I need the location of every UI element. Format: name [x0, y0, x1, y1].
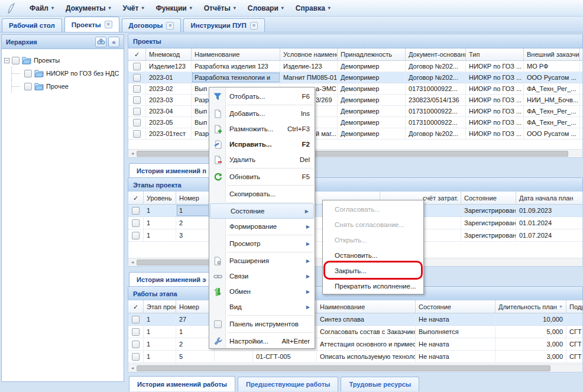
- row-checkbox[interactable]: [132, 353, 140, 361]
- row-checkbox[interactable]: [132, 328, 140, 336]
- menu-item-refresh[interactable]: ОбновитьF5: [209, 169, 315, 184]
- tree-node-label: Прочее: [46, 83, 69, 90]
- table-row[interactable]: 2023-03 Разр 3/269 Демопример 230823/051…: [128, 95, 582, 106]
- tab-preceding-works[interactable]: Предшествующие работы: [238, 377, 338, 391]
- row-checkbox[interactable]: [133, 63, 141, 70]
- tab-project-history[interactable]: История изменений п: [129, 163, 218, 177]
- menu-item-links[interactable]: Связи▶: [209, 268, 315, 284]
- tab-desktop[interactable]: Рабочий стол: [2, 18, 62, 32]
- menubar-item-reports[interactable]: Отчёты▾: [204, 4, 236, 12]
- sidebar-header: Иерархия «: [2, 35, 124, 49]
- column-header[interactable]: Уровень: [144, 192, 176, 204]
- check-column-header[interactable]: ✓: [128, 300, 144, 313]
- column-header[interactable]: Этап проекта: [144, 300, 176, 313]
- column-header[interactable]: Документ-основание: [406, 48, 466, 60]
- column-header[interactable]: Внешний заказчик: [524, 48, 580, 60]
- table-row[interactable]: 1 5 01-СГТ-005 Описать используемую техн…: [128, 351, 582, 363]
- tree-node-other[interactable]: Прочее: [4, 80, 121, 93]
- column-header[interactable]: Принадлежность: [338, 48, 406, 60]
- table-row[interactable]: 2023-05 Вып Демопример 017310000922... Н…: [128, 117, 582, 128]
- table-row[interactable]: Изделие123 Разработка изделия 123 Издели…: [128, 61, 582, 72]
- table-row[interactable]: 1 2 Аттестация основного и примесног... …: [128, 338, 582, 351]
- table-row-selected[interactable]: 2023-01 Разработка технологии и Магнит П…: [128, 72, 582, 83]
- menu-item-toolbar[interactable]: Панель инструментов: [209, 316, 315, 332]
- row-checkbox[interactable]: [133, 96, 141, 104]
- row-checkbox[interactable]: [132, 341, 140, 348]
- menu-item-exchange[interactable]: Обмен▶: [209, 284, 315, 299]
- menu-item-extensions[interactable]: Расширения▶: [209, 253, 315, 268]
- search-binoculars-button[interactable]: [95, 37, 106, 47]
- menu-item-settings[interactable]: Настройки...Alt+Enter: [209, 333, 315, 349]
- menu-item-add[interactable]: Добавить...Ins: [209, 106, 315, 121]
- menubar-item-help[interactable]: Справка▾: [296, 4, 331, 12]
- collapse-node-icon[interactable]: −: [4, 58, 9, 63]
- table-row[interactable]: 2023-04 Вып Демопример 017310000922... Н…: [128, 106, 582, 117]
- menu-item-view[interactable]: Просмотр▶: [209, 236, 315, 251]
- check-column-header[interactable]: ✓: [128, 48, 146, 60]
- row-checkbox[interactable]: [133, 74, 141, 82]
- submenu-item-terminate[interactable]: Прекратить исполнение...: [323, 278, 423, 294]
- collapse-panel-button[interactable]: «: [108, 37, 119, 47]
- check-column-header[interactable]: ✓: [128, 192, 144, 204]
- column-header[interactable]: Тип: [466, 48, 524, 60]
- menubar-item-functions[interactable]: Функции▾: [156, 4, 192, 12]
- column-header[interactable]: Условное наименование: [280, 48, 338, 60]
- horizontal-scrollbar[interactable]: ◄: [128, 149, 582, 157]
- menu-separator: [227, 168, 313, 169]
- tab-contracts[interactable]: Договоры×: [122, 18, 182, 32]
- table-row[interactable]: 1 1 Согласовать состав с Заказчиком Выпо…: [128, 326, 582, 338]
- scroll-left-arrow[interactable]: ◄: [128, 260, 137, 264]
- menubar-item-dictionaries[interactable]: Словари▾: [248, 4, 284, 12]
- close-icon[interactable]: ×: [166, 22, 174, 30]
- menu-item-display[interactable]: Вид▶: [209, 299, 315, 315]
- tab-instructions[interactable]: Инструкции ПУП×: [183, 18, 264, 32]
- column-header[interactable]: Состояние: [416, 300, 495, 313]
- close-icon[interactable]: ×: [105, 21, 112, 28]
- tree-node-niokr[interactable]: НИОКР по ГОЗ без НДС: [4, 67, 121, 80]
- tree-checkbox[interactable]: [24, 83, 32, 90]
- menu-item-edit[interactable]: Исправить...F2: [209, 137, 315, 152]
- menubar-item-documents[interactable]: Документы▾: [66, 4, 111, 12]
- tree-checkbox[interactable]: [12, 57, 20, 64]
- column-header-sorted[interactable]: Длительность план▼: [495, 300, 566, 313]
- menubar-item-accounting[interactable]: Учёт▾: [122, 4, 144, 12]
- row-checkbox[interactable]: [132, 207, 140, 215]
- table-row[interactable]: 2023-02 Вып а-ЭМС Демопример 01731000092…: [128, 83, 582, 95]
- column-header[interactable]: Подр: [566, 300, 583, 313]
- horizontal-scrollbar[interactable]: ◄: [128, 364, 582, 372]
- menu-item-duplicate[interactable]: Размножить...Ctrl+F3: [209, 121, 315, 137]
- menu-item-state[interactable]: Состояние▶: [210, 203, 314, 219]
- column-header[interactable]: Дата начала план: [516, 192, 583, 204]
- tab-work-history[interactable]: История изменений работы: [129, 376, 235, 391]
- menu-item-delete[interactable]: УдалитьDel: [209, 152, 315, 167]
- row-checkbox[interactable]: [132, 219, 140, 227]
- column-header[interactable]: Состояние: [461, 192, 516, 204]
- scroll-left-arrow[interactable]: ◄: [128, 151, 137, 155]
- row-checkbox[interactable]: [133, 85, 141, 93]
- tab-labor-resources[interactable]: Трудовые ресурсы: [341, 377, 419, 391]
- column-header[interactable]: Наименование: [192, 48, 280, 60]
- table-row[interactable]: 2023-01тест Разр й маг... Демопример Дог…: [128, 128, 582, 140]
- row-checkbox[interactable]: [132, 232, 140, 239]
- context-menu: Отобрать...F6 Добавить...Ins Размножить.…: [209, 87, 315, 349]
- row-checkbox[interactable]: [133, 108, 141, 115]
- tree-checkbox[interactable]: [24, 70, 32, 77]
- scrollbar-thumb[interactable]: [137, 365, 550, 371]
- menu-separator: [227, 185, 313, 186]
- tab-projects[interactable]: Проекты×: [64, 17, 119, 32]
- menu-item-filter[interactable]: Отобрать...F6: [209, 89, 315, 104]
- close-icon[interactable]: ×: [250, 22, 258, 30]
- scrollbar-thumb[interactable]: [137, 151, 568, 157]
- menu-item-copy[interactable]: Скопировать...: [209, 186, 315, 202]
- row-checkbox[interactable]: [132, 316, 140, 323]
- row-checkbox[interactable]: [133, 119, 141, 127]
- column-header[interactable]: Наименование: [317, 300, 416, 313]
- menu-item-formation[interactable]: Формирование▶: [209, 219, 315, 234]
- row-checkbox[interactable]: [133, 130, 141, 138]
- menubar-item-file[interactable]: Файл▾: [30, 4, 54, 12]
- scroll-left-arrow[interactable]: ◄: [128, 366, 137, 370]
- column-header[interactable]: Мнемокод: [146, 48, 192, 60]
- tab-stage-history[interactable]: История изменений э: [129, 272, 218, 286]
- table-row-selected[interactable]: 1 27 Синтез сплава Не начата 10,000: [128, 313, 582, 326]
- tree-node-projects[interactable]: − Проекты: [4, 54, 121, 67]
